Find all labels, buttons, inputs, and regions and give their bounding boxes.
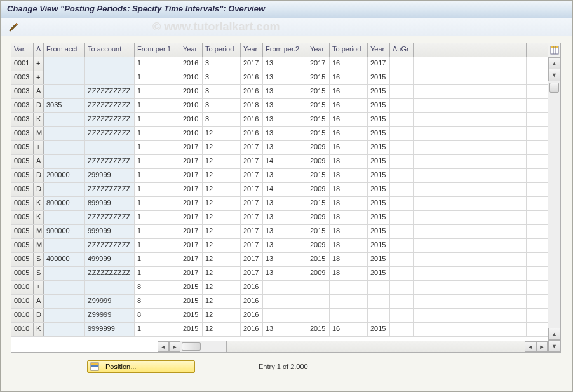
cell-augr[interactable] <box>390 239 414 252</box>
scroll-right-button-2[interactable]: ► <box>536 341 548 352</box>
table-row[interactable]: 0003D3035ZZZZZZZZZZ120103201813201516201… <box>11 99 548 113</box>
cell-y2[interactable]: 2017 <box>241 239 263 252</box>
cell-fp1[interactable]: 1 <box>135 197 180 210</box>
cell-a[interactable]: M <box>34 127 44 140</box>
cell-fp1[interactable]: 1 <box>135 127 180 140</box>
cell-y3[interactable]: 2009 <box>307 239 330 252</box>
cell-y4[interactable]: 2015 <box>368 155 390 168</box>
table-row[interactable]: 0005AZZZZZZZZZZ12017122017142009182015 <box>11 155 548 169</box>
cell-tp2[interactable]: 18 <box>330 267 368 280</box>
cell-a[interactable]: + <box>34 71 44 84</box>
table-row[interactable]: 0010K999999912015122016132015162015 <box>11 323 548 337</box>
cell-fp1[interactable]: 1 <box>135 267 180 280</box>
cell-y3[interactable]: 2009 <box>307 141 330 154</box>
cell-y1[interactable]: 2010 <box>180 113 203 126</box>
scroll-right-button[interactable]: ► <box>169 341 180 352</box>
col-a[interactable]: A <box>34 43 44 57</box>
cell-fp2[interactable]: 13 <box>263 239 307 252</box>
scroll-bottom-button[interactable]: ▼ <box>548 340 560 352</box>
scroll-left-button[interactable]: ◄ <box>158 341 169 352</box>
cell-fp2[interactable]: 13 <box>263 169 307 182</box>
cell-augr[interactable] <box>390 99 414 112</box>
cell-fp1[interactable]: 1 <box>135 141 180 154</box>
cell-augr[interactable] <box>390 281 414 294</box>
col-from-per1[interactable]: From per.1 <box>135 43 180 57</box>
cell-fp1[interactable]: 1 <box>135 57 180 71</box>
cell-tp1[interactable]: 12 <box>203 141 241 154</box>
cell-y4[interactable]: 2015 <box>368 253 390 266</box>
cell-fp2[interactable]: 14 <box>263 155 307 168</box>
cell-y1[interactable]: 2017 <box>180 141 203 154</box>
cell-tp2[interactable]: 16 <box>330 141 368 154</box>
cell-fp2[interactable]: 13 <box>263 113 307 126</box>
cell-var[interactable]: 0003 <box>11 71 34 84</box>
table-row[interactable]: 0010DZ9999982015122016 <box>11 309 548 323</box>
cell-tp1[interactable]: 12 <box>203 225 241 238</box>
cell-y3[interactable]: 2015 <box>307 197 330 210</box>
cell-var[interactable]: 0010 <box>11 323 34 336</box>
table-row[interactable]: 0005DZZZZZZZZZZ12017122017142009182015 <box>11 183 548 197</box>
cell-tp2[interactable]: 18 <box>330 197 368 210</box>
cell-var[interactable]: 0005 <box>11 267 34 280</box>
cell-y2[interactable]: 2017 <box>241 155 263 168</box>
cell-augr[interactable] <box>390 295 414 308</box>
cell-y3[interactable]: 2009 <box>307 211 330 224</box>
cell-a[interactable]: + <box>34 141 44 154</box>
cell-blank[interactable] <box>414 169 527 182</box>
cell-y3[interactable] <box>307 309 330 322</box>
cell-blank[interactable] <box>414 183 527 196</box>
col-year1[interactable]: Year <box>180 43 203 57</box>
cell-tp1[interactable]: 12 <box>203 323 241 336</box>
cell-y4[interactable]: 2015 <box>368 85 390 98</box>
cell-y3[interactable]: 2009 <box>307 183 330 196</box>
table-row[interactable]: 0005K80000089999912017122017132015182015 <box>11 197 548 211</box>
cell-augr[interactable] <box>390 85 414 98</box>
cell-fp1[interactable]: 1 <box>135 71 180 84</box>
cell-var[interactable]: 0005 <box>11 197 34 210</box>
cell-tp2[interactable]: 18 <box>330 239 368 252</box>
cell-augr[interactable] <box>390 253 414 266</box>
cell-fp2[interactable]: 13 <box>263 323 307 336</box>
cell-y4[interactable]: 2015 <box>368 267 390 280</box>
cell-fp1[interactable]: 1 <box>135 169 180 182</box>
cell-fp1[interactable]: 1 <box>135 99 180 112</box>
cell-fp2[interactable]: 13 <box>263 57 307 71</box>
cell-y1[interactable]: 2010 <box>180 71 203 84</box>
cell-y1[interactable]: 2015 <box>180 281 203 294</box>
table-row[interactable]: 0005M90000099999912017122017132015182015 <box>11 225 548 239</box>
col-from-acct[interactable]: From acct <box>44 43 85 57</box>
cell-blank[interactable] <box>414 113 527 126</box>
cell-blank[interactable] <box>414 225 527 238</box>
cell-var[interactable]: 0001 <box>11 57 34 71</box>
cell-var[interactable]: 0003 <box>11 85 34 98</box>
cell-y2[interactable]: 2016 <box>241 113 263 126</box>
cell-augr[interactable] <box>390 183 414 196</box>
cell-y4[interactable]: 2015 <box>368 169 390 182</box>
cell-fp1[interactable]: 1 <box>135 323 180 336</box>
col-from-per2[interactable]: From per.2 <box>263 43 307 57</box>
cell-y4[interactable] <box>368 281 390 294</box>
cell-augr[interactable] <box>390 155 414 168</box>
cell-tp1[interactable]: 12 <box>203 183 241 196</box>
cell-y3[interactable]: 2015 <box>307 253 330 266</box>
vscroll-thumb[interactable] <box>549 83 559 93</box>
cell-y3[interactable] <box>307 281 330 294</box>
cell-tp2[interactable]: 18 <box>330 155 368 168</box>
col-to-per1[interactable]: To period <box>203 43 241 57</box>
cell-blank[interactable] <box>414 197 527 210</box>
cell-y2[interactable]: 2016 <box>241 295 263 308</box>
cell-y3[interactable]: 2015 <box>307 85 330 98</box>
cell-augr[interactable] <box>390 169 414 182</box>
cell-a[interactable]: K <box>34 113 44 126</box>
cell-y3[interactable]: 2015 <box>307 225 330 238</box>
cell-fp1[interactable]: 1 <box>135 239 180 252</box>
cell-fp2[interactable]: 13 <box>263 71 307 84</box>
cell-tp2[interactable] <box>330 309 368 322</box>
table-row[interactable]: 0005D20000029999912017122017132015182015 <box>11 169 548 183</box>
cell-tp2[interactable] <box>330 295 368 308</box>
cell-blank[interactable] <box>414 281 527 294</box>
cell-blank[interactable] <box>414 309 527 322</box>
cell-var[interactable]: 0005 <box>11 225 34 238</box>
cell-fp1[interactable]: 1 <box>135 211 180 224</box>
cell-y2[interactable]: 2017 <box>241 225 263 238</box>
